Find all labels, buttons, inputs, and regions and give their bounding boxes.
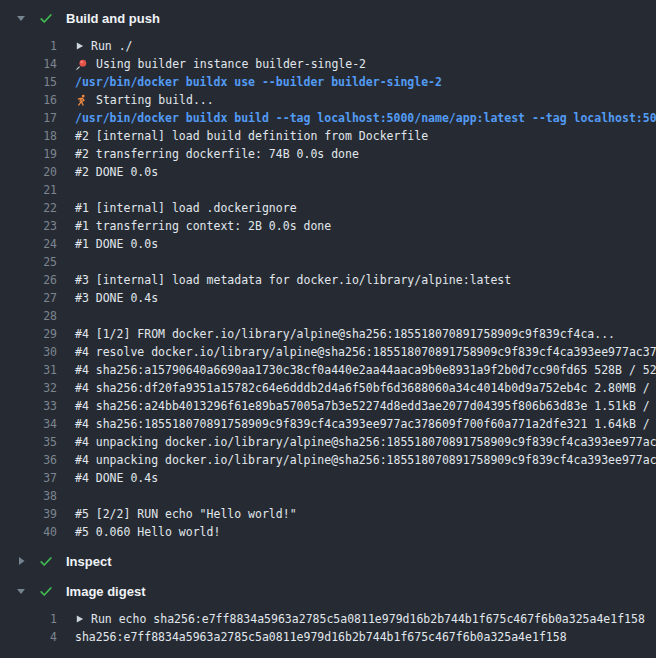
chevron-right-icon[interactable] (16, 556, 26, 566)
line-number[interactable]: 21 (0, 181, 57, 199)
check-icon (39, 584, 53, 599)
log-line-text: #4 DONE 0.4s (57, 469, 158, 487)
log-text: #4 sha256:a24bb4013296f61e89ba57005a7b3e… (75, 397, 656, 415)
log-line: 33#4 sha256:a24bb4013296f61e89ba57005a7b… (0, 397, 656, 415)
log-line: 28 (0, 307, 656, 325)
section-header-inspect[interactable]: Inspect (0, 551, 656, 571)
log-text: #4 DONE 0.4s (75, 469, 158, 487)
log-line-command-text: /usr/bin/docker buildx use --builder bui… (57, 73, 442, 91)
chevron-down-icon[interactable] (16, 586, 26, 596)
log-line: 38 (0, 487, 656, 505)
log-line-text: #4 sha256:df20fa9351a15782c64e6dddb2d4a6… (57, 379, 656, 397)
log-text: #1 DONE 0.0s (75, 235, 158, 253)
line-number[interactable]: 25 (0, 253, 57, 271)
log-line: 14Using builder instance builder-single-… (0, 55, 656, 73)
log-text: Using builder instance builder-single-2 (96, 55, 366, 73)
log-line: 17/usr/bin/docker buildx build --tag loc… (0, 109, 656, 127)
line-number[interactable]: 35 (0, 433, 57, 451)
line-number[interactable]: 37 (0, 469, 57, 487)
section-title: Image digest (66, 584, 145, 599)
line-number[interactable]: 28 (0, 307, 57, 325)
log-text: sha256:e7ff8834a5963a2785c5a0811e979d16b… (75, 628, 567, 646)
section-header-image-digest[interactable]: Image digest (0, 581, 656, 601)
log-line-text: #4 sha256:185518070891758909c9f839cf4ca3… (57, 415, 656, 433)
line-number[interactable]: 26 (0, 271, 57, 289)
line-number[interactable]: 16 (0, 91, 57, 109)
line-number[interactable]: 27 (0, 289, 57, 307)
line-number[interactable]: 14 (0, 55, 57, 73)
log-line: 35#4 unpacking docker.io/library/alpine@… (0, 433, 656, 451)
line-number[interactable]: 22 (0, 199, 57, 217)
log-line: 16Starting build... (0, 91, 656, 109)
log-line: 23#1 transferring context: 2B 0.0s done (0, 217, 656, 235)
log-line-text (57, 487, 75, 505)
log-text: /usr/bin/docker buildx use --builder bui… (75, 73, 442, 91)
line-number[interactable]: 31 (0, 361, 57, 379)
chevron-down-icon[interactable] (16, 13, 26, 23)
line-number[interactable]: 18 (0, 127, 57, 145)
line-number[interactable]: 29 (0, 325, 57, 343)
check-icon (39, 554, 53, 569)
log-text: #4 sha256:a15790640a6690aa1730c38cf0a440… (75, 361, 656, 379)
log-text: Run echo sha256:e7ff8834a5963a2785c5a081… (91, 610, 645, 628)
section-title: Build and push (66, 11, 160, 26)
log-text: #4 unpacking docker.io/library/alpine@sh… (75, 433, 656, 451)
log-text: #4 sha256:185518070891758909c9f839cf4ca3… (75, 415, 656, 433)
log-text: #1 [internal] load .dockerignore (75, 199, 297, 217)
log-line-text: Run echo sha256:e7ff8834a5963a2785c5a081… (57, 610, 645, 628)
line-number[interactable]: 39 (0, 505, 57, 523)
log-text: #1 transferring context: 2B 0.0s done (75, 217, 331, 235)
log-text: Run ./ (91, 37, 133, 55)
log-line-text: #1 DONE 0.0s (57, 235, 158, 253)
line-number[interactable]: 40 (0, 523, 57, 541)
line-number[interactable]: 4 (0, 628, 57, 646)
line-number[interactable]: 34 (0, 415, 57, 433)
log-line-text: sha256:e7ff8834a5963a2785c5a0811e979d16b… (57, 628, 567, 646)
line-number[interactable]: 32 (0, 379, 57, 397)
log-line: 30#4 resolve docker.io/library/alpine@sh… (0, 343, 656, 361)
line-number[interactable]: 38 (0, 487, 57, 505)
log-line: 27#3 DONE 0.4s (0, 289, 656, 307)
log-text: #2 [internal] load build definition from… (75, 127, 428, 145)
line-number[interactable]: 24 (0, 235, 57, 253)
log-line-text (57, 253, 75, 271)
line-number[interactable]: 17 (0, 109, 57, 127)
line-number[interactable]: 19 (0, 145, 57, 163)
log-line-text: #4 unpacking docker.io/library/alpine@sh… (57, 433, 656, 451)
log-line-command-text: /usr/bin/docker buildx build --tag local… (57, 109, 656, 127)
log-lines-build-and-push: 1Run ./14Using builder instance builder-… (0, 37, 656, 541)
log-line: 36#4 unpacking docker.io/library/alpine@… (0, 451, 656, 469)
log-line-text: Run ./ (57, 37, 133, 55)
line-number[interactable]: 20 (0, 163, 57, 181)
section-header-build-and-push[interactable]: Build and push (0, 8, 656, 28)
log-line: 32#4 sha256:df20fa9351a15782c64e6dddb2d4… (0, 379, 656, 397)
log-line: 20#2 DONE 0.0s (0, 163, 656, 181)
run-expander-icon[interactable] (75, 41, 84, 51)
log-line-text: #4 resolve docker.io/library/alpine@sha2… (57, 343, 656, 361)
log-line: 4sha256:e7ff8834a5963a2785c5a0811e979d16… (0, 628, 656, 646)
log-line: 25 (0, 253, 656, 271)
log-text: #4 [1/2] FROM docker.io/library/alpine@s… (75, 325, 615, 343)
log-line-text: #4 [1/2] FROM docker.io/library/alpine@s… (57, 325, 615, 343)
log-line: 21 (0, 181, 656, 199)
log-line-text: #4 unpacking docker.io/library/alpine@sh… (57, 451, 656, 469)
log-text: #4 sha256:df20fa9351a15782c64e6dddb2d4a6… (75, 379, 656, 397)
log-line-text: #2 [internal] load build definition from… (57, 127, 428, 145)
run-expander-icon[interactable] (75, 614, 84, 624)
line-number[interactable]: 30 (0, 343, 57, 361)
log-line: 22#1 [internal] load .dockerignore (0, 199, 656, 217)
line-number[interactable]: 36 (0, 451, 57, 469)
line-number[interactable]: 1 (0, 610, 57, 628)
log-line-text: #5 [2/2] RUN echo "Hello world!" (57, 505, 297, 523)
log-line: 15/usr/bin/docker buildx use --builder b… (0, 73, 656, 91)
line-number[interactable]: 23 (0, 217, 57, 235)
log-line: 1Run ./ (0, 37, 656, 55)
log-line: 24#1 DONE 0.0s (0, 235, 656, 253)
pushpin-icon (75, 58, 88, 71)
line-number[interactable]: 33 (0, 397, 57, 415)
line-number[interactable]: 15 (0, 73, 57, 91)
log-line: 34#4 sha256:185518070891758909c9f839cf4c… (0, 415, 656, 433)
log-line: 18#2 [internal] load build definition fr… (0, 127, 656, 145)
line-number[interactable]: 1 (0, 37, 57, 55)
log-text: #5 [2/2] RUN echo "Hello world!" (75, 505, 297, 523)
